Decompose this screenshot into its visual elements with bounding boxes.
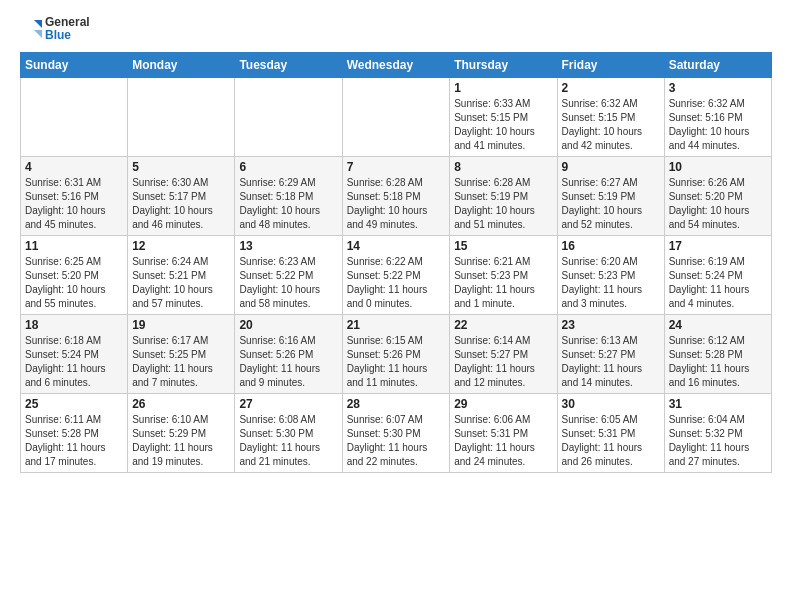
calendar-cell: 11Sunrise: 6:25 AM Sunset: 5:20 PM Dayli… (21, 236, 128, 315)
calendar-cell: 28Sunrise: 6:07 AM Sunset: 5:30 PM Dayli… (342, 394, 450, 473)
calendar-cell (21, 78, 128, 157)
calendar-cell: 30Sunrise: 6:05 AM Sunset: 5:31 PM Dayli… (557, 394, 664, 473)
day-info: Sunrise: 6:06 AM Sunset: 5:31 PM Dayligh… (454, 413, 552, 469)
day-info: Sunrise: 6:30 AM Sunset: 5:17 PM Dayligh… (132, 176, 230, 232)
day-number: 20 (239, 318, 337, 332)
day-info: Sunrise: 6:22 AM Sunset: 5:22 PM Dayligh… (347, 255, 446, 311)
calendar-cell: 1Sunrise: 6:33 AM Sunset: 5:15 PM Daylig… (450, 78, 557, 157)
calendar-cell: 12Sunrise: 6:24 AM Sunset: 5:21 PM Dayli… (128, 236, 235, 315)
day-info: Sunrise: 6:33 AM Sunset: 5:15 PM Dayligh… (454, 97, 552, 153)
day-number: 5 (132, 160, 230, 174)
day-of-week-header: Sunday (21, 53, 128, 78)
day-info: Sunrise: 6:08 AM Sunset: 5:30 PM Dayligh… (239, 413, 337, 469)
day-number: 16 (562, 239, 660, 253)
calendar-cell: 15Sunrise: 6:21 AM Sunset: 5:23 PM Dayli… (450, 236, 557, 315)
calendar-table: SundayMondayTuesdayWednesdayThursdayFrid… (20, 52, 772, 473)
calendar-cell: 17Sunrise: 6:19 AM Sunset: 5:24 PM Dayli… (664, 236, 771, 315)
day-number: 22 (454, 318, 552, 332)
calendar-cell: 10Sunrise: 6:26 AM Sunset: 5:20 PM Dayli… (664, 157, 771, 236)
calendar-cell: 3Sunrise: 6:32 AM Sunset: 5:16 PM Daylig… (664, 78, 771, 157)
calendar-week-row: 18Sunrise: 6:18 AM Sunset: 5:24 PM Dayli… (21, 315, 772, 394)
day-of-week-header: Tuesday (235, 53, 342, 78)
calendar-cell: 31Sunrise: 6:04 AM Sunset: 5:32 PM Dayli… (664, 394, 771, 473)
day-info: Sunrise: 6:31 AM Sunset: 5:16 PM Dayligh… (25, 176, 123, 232)
logo: General Blue (20, 16, 90, 42)
calendar-cell: 8Sunrise: 6:28 AM Sunset: 5:19 PM Daylig… (450, 157, 557, 236)
day-number: 14 (347, 239, 446, 253)
day-number: 8 (454, 160, 552, 174)
day-number: 12 (132, 239, 230, 253)
calendar-cell: 19Sunrise: 6:17 AM Sunset: 5:25 PM Dayli… (128, 315, 235, 394)
calendar-cell: 18Sunrise: 6:18 AM Sunset: 5:24 PM Dayli… (21, 315, 128, 394)
calendar-cell: 20Sunrise: 6:16 AM Sunset: 5:26 PM Dayli… (235, 315, 342, 394)
day-of-week-header: Wednesday (342, 53, 450, 78)
calendar-cell: 9Sunrise: 6:27 AM Sunset: 5:19 PM Daylig… (557, 157, 664, 236)
day-number: 21 (347, 318, 446, 332)
day-number: 27 (239, 397, 337, 411)
day-info: Sunrise: 6:25 AM Sunset: 5:20 PM Dayligh… (25, 255, 123, 311)
day-info: Sunrise: 6:24 AM Sunset: 5:21 PM Dayligh… (132, 255, 230, 311)
logo-text-block: General Blue (20, 16, 90, 42)
day-info: Sunrise: 6:18 AM Sunset: 5:24 PM Dayligh… (25, 334, 123, 390)
day-info: Sunrise: 6:20 AM Sunset: 5:23 PM Dayligh… (562, 255, 660, 311)
day-number: 23 (562, 318, 660, 332)
calendar-week-row: 25Sunrise: 6:11 AM Sunset: 5:28 PM Dayli… (21, 394, 772, 473)
day-number: 26 (132, 397, 230, 411)
day-number: 18 (25, 318, 123, 332)
day-info: Sunrise: 6:32 AM Sunset: 5:15 PM Dayligh… (562, 97, 660, 153)
calendar-cell: 7Sunrise: 6:28 AM Sunset: 5:18 PM Daylig… (342, 157, 450, 236)
day-info: Sunrise: 6:11 AM Sunset: 5:28 PM Dayligh… (25, 413, 123, 469)
day-number: 30 (562, 397, 660, 411)
day-info: Sunrise: 6:29 AM Sunset: 5:18 PM Dayligh… (239, 176, 337, 232)
calendar-cell: 13Sunrise: 6:23 AM Sunset: 5:22 PM Dayli… (235, 236, 342, 315)
header: General Blue (20, 16, 772, 42)
calendar-cell: 23Sunrise: 6:13 AM Sunset: 5:27 PM Dayli… (557, 315, 664, 394)
calendar-cell: 5Sunrise: 6:30 AM Sunset: 5:17 PM Daylig… (128, 157, 235, 236)
calendar-cell: 22Sunrise: 6:14 AM Sunset: 5:27 PM Dayli… (450, 315, 557, 394)
calendar-cell (342, 78, 450, 157)
day-info: Sunrise: 6:17 AM Sunset: 5:25 PM Dayligh… (132, 334, 230, 390)
calendar-week-row: 1Sunrise: 6:33 AM Sunset: 5:15 PM Daylig… (21, 78, 772, 157)
calendar-cell: 14Sunrise: 6:22 AM Sunset: 5:22 PM Dayli… (342, 236, 450, 315)
day-number: 11 (25, 239, 123, 253)
day-info: Sunrise: 6:16 AM Sunset: 5:26 PM Dayligh… (239, 334, 337, 390)
day-number: 10 (669, 160, 767, 174)
day-info: Sunrise: 6:15 AM Sunset: 5:26 PM Dayligh… (347, 334, 446, 390)
day-info: Sunrise: 6:05 AM Sunset: 5:31 PM Dayligh… (562, 413, 660, 469)
calendar-cell: 16Sunrise: 6:20 AM Sunset: 5:23 PM Dayli… (557, 236, 664, 315)
calendar-cell: 26Sunrise: 6:10 AM Sunset: 5:29 PM Dayli… (128, 394, 235, 473)
calendar-cell: 4Sunrise: 6:31 AM Sunset: 5:16 PM Daylig… (21, 157, 128, 236)
day-info: Sunrise: 6:07 AM Sunset: 5:30 PM Dayligh… (347, 413, 446, 469)
day-of-week-header: Saturday (664, 53, 771, 78)
day-of-week-header: Thursday (450, 53, 557, 78)
day-number: 7 (347, 160, 446, 174)
day-number: 17 (669, 239, 767, 253)
day-number: 4 (25, 160, 123, 174)
calendar-cell: 29Sunrise: 6:06 AM Sunset: 5:31 PM Dayli… (450, 394, 557, 473)
day-number: 24 (669, 318, 767, 332)
day-number: 3 (669, 81, 767, 95)
day-info: Sunrise: 6:21 AM Sunset: 5:23 PM Dayligh… (454, 255, 552, 311)
calendar-body: 1Sunrise: 6:33 AM Sunset: 5:15 PM Daylig… (21, 78, 772, 473)
calendar-cell: 27Sunrise: 6:08 AM Sunset: 5:30 PM Dayli… (235, 394, 342, 473)
day-info: Sunrise: 6:13 AM Sunset: 5:27 PM Dayligh… (562, 334, 660, 390)
calendar-cell: 6Sunrise: 6:29 AM Sunset: 5:18 PM Daylig… (235, 157, 342, 236)
day-info: Sunrise: 6:12 AM Sunset: 5:28 PM Dayligh… (669, 334, 767, 390)
calendar-week-row: 4Sunrise: 6:31 AM Sunset: 5:16 PM Daylig… (21, 157, 772, 236)
day-number: 15 (454, 239, 552, 253)
day-info: Sunrise: 6:28 AM Sunset: 5:18 PM Dayligh… (347, 176, 446, 232)
calendar-cell (235, 78, 342, 157)
day-number: 13 (239, 239, 337, 253)
day-info: Sunrise: 6:04 AM Sunset: 5:32 PM Dayligh… (669, 413, 767, 469)
day-info: Sunrise: 6:32 AM Sunset: 5:16 PM Dayligh… (669, 97, 767, 153)
day-number: 1 (454, 81, 552, 95)
day-info: Sunrise: 6:19 AM Sunset: 5:24 PM Dayligh… (669, 255, 767, 311)
calendar-week-row: 11Sunrise: 6:25 AM Sunset: 5:20 PM Dayli… (21, 236, 772, 315)
day-number: 28 (347, 397, 446, 411)
day-info: Sunrise: 6:28 AM Sunset: 5:19 PM Dayligh… (454, 176, 552, 232)
day-number: 25 (25, 397, 123, 411)
day-info: Sunrise: 6:14 AM Sunset: 5:27 PM Dayligh… (454, 334, 552, 390)
logo-blue: Blue (45, 29, 90, 42)
day-of-week-header: Monday (128, 53, 235, 78)
logo-icon (20, 18, 42, 40)
